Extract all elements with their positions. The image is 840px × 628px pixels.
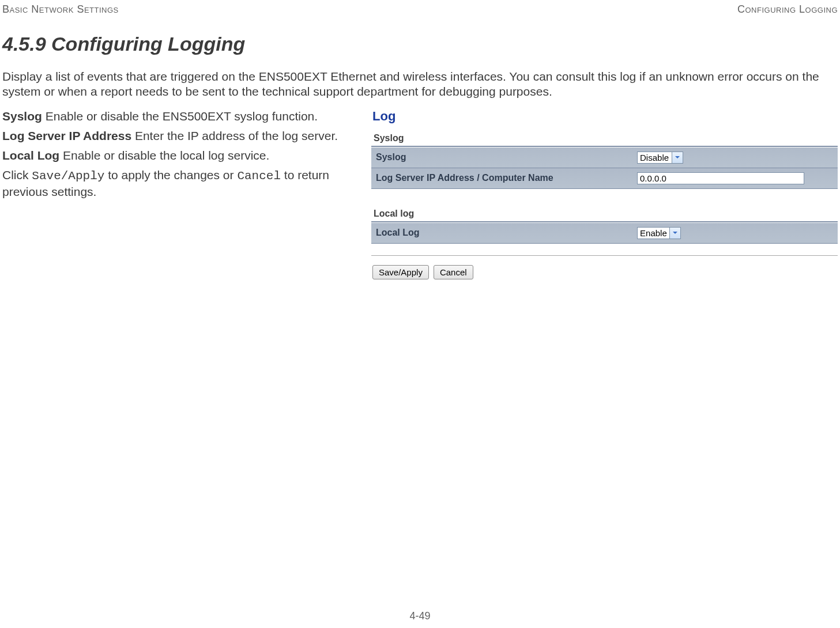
button-row: Save/Apply Cancel bbox=[371, 255, 838, 279]
action-cancel: Cancel bbox=[237, 169, 281, 183]
chevron-down-icon bbox=[672, 152, 683, 164]
chevron-down-icon bbox=[669, 227, 681, 239]
syslog-table: Syslog Disable Log Server IP Address / C… bbox=[371, 147, 838, 189]
syslog-label: Syslog bbox=[371, 147, 632, 168]
table-row: Syslog Disable bbox=[371, 147, 838, 168]
def-logip: Log Server IP Address Enter the IP addre… bbox=[2, 128, 371, 143]
save-apply-button[interactable]: Save/Apply bbox=[372, 265, 429, 279]
cancel-button[interactable]: Cancel bbox=[434, 265, 473, 279]
def-logip-term: Log Server IP Address bbox=[2, 129, 131, 142]
def-action: Click Save/Apply to apply the changes or… bbox=[2, 168, 371, 199]
syslog-select[interactable]: Disable bbox=[637, 152, 672, 164]
def-locallog-desc: Enable or disable the local log service. bbox=[59, 149, 269, 162]
definitions-column: Syslog Enable or disable the ENS500EXT s… bbox=[2, 109, 371, 204]
locallog-value-cell: Enable bbox=[632, 222, 838, 243]
locallog-section-label: Local log bbox=[371, 205, 838, 222]
locallog-select[interactable]: Enable bbox=[637, 227, 669, 239]
action-mid: to apply the changes or bbox=[104, 168, 237, 181]
locallog-label: Local Log bbox=[371, 222, 632, 243]
table-row: Log Server IP Address / Computer Name bbox=[371, 168, 838, 188]
page-number: 4-49 bbox=[0, 610, 840, 622]
logip-input[interactable] bbox=[637, 172, 804, 184]
syslog-value-cell: Disable bbox=[632, 147, 838, 168]
header-left: Basic Network Settings bbox=[2, 3, 119, 16]
action-pre: Click bbox=[2, 168, 32, 181]
config-panel: Log Syslog Syslog Disable Log Se bbox=[371, 109, 838, 279]
def-syslog: Syslog Enable or disable the ENS500EXT s… bbox=[2, 109, 371, 124]
logip-value-cell bbox=[632, 168, 838, 188]
def-syslog-desc: Enable or disable the ENS500EXT syslog f… bbox=[42, 109, 318, 123]
def-logip-desc: Enter the IP address of the log server. bbox=[131, 129, 338, 142]
header-right: Configuring Logging bbox=[737, 3, 838, 16]
locallog-table: Local Log Enable bbox=[371, 222, 838, 244]
def-syslog-term: Syslog bbox=[2, 109, 42, 123]
panel-title: Log bbox=[371, 109, 838, 124]
intro-paragraph: Display a list of events that are trigge… bbox=[2, 69, 838, 100]
section-heading: 4.5.9 Configuring Logging bbox=[2, 33, 840, 55]
table-row: Local Log Enable bbox=[371, 222, 838, 243]
action-save: Save/Apply bbox=[32, 169, 104, 183]
def-locallog-term: Local Log bbox=[2, 149, 59, 162]
def-locallog: Local Log Enable or disable the local lo… bbox=[2, 148, 371, 163]
logip-label: Log Server IP Address / Computer Name bbox=[371, 168, 632, 188]
syslog-section-label: Syslog bbox=[371, 130, 838, 147]
